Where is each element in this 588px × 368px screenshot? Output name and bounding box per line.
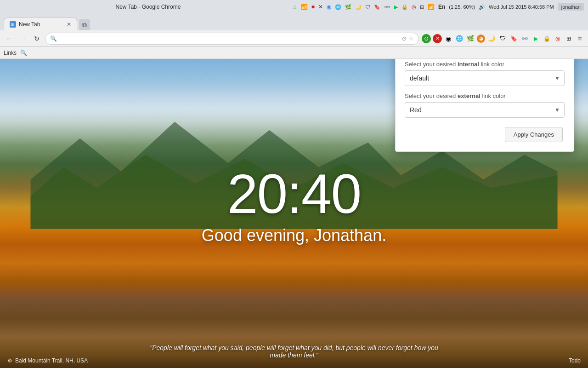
external-color-select[interactable]: default Blue Red Green Purple Orange [405,102,565,118]
tab-close-button[interactable]: ✕ [67,21,71,28]
grid-icon: ⊞ [420,4,424,10]
vpn2-icon: 🔒 [401,4,408,10]
ext-play-icon[interactable]: ▶ [531,34,540,43]
active-tab[interactable]: ⊞ New Tab ✕ [4,17,77,30]
address-bar-icons: ⊙ ☆ [402,35,414,42]
bookmarks-bar: Links 🔍 [0,47,588,59]
chrome-addressbar: ← → ↻ 🔍 ⊙ ☆ G ✕ ◉ 🌐 🌿 ◕ 🌙 🛡 🔖 👓 ▶ 🔒 ◎ ⊞ … [0,30,588,47]
leaf-icon: 🌿 [345,4,351,10]
clock-display: 20:40 Good evening, Jonathan. [202,166,386,245]
lang-indicator: En [438,4,445,10]
external-color-select-wrapper: default Blue Red Green Purple Orange ▼ [405,102,565,118]
signal-icon: 📶 [301,4,308,10]
ext-orange-icon[interactable]: ◕ [477,34,485,43]
search-bookmark[interactable]: 🔍 [20,50,27,56]
new-tab-folder-icon[interactable]: ⧉ [79,19,90,30]
ext-glasses-icon[interactable]: 👓 [520,34,529,43]
moon-icon: 🌙 [355,4,362,10]
bookmark-star-icon[interactable]: ☆ [408,35,414,42]
ext-global-icon[interactable]: 🌐 [455,34,464,43]
ext-shield-icon[interactable]: 🛡 [498,34,507,43]
bottom-bar: ⚙ Bald Mountain Trail, NH, USA Todo [0,353,588,368]
ext-pocket-icon[interactable]: 🔖 [509,34,518,43]
ext-adblock-icon[interactable]: ◎ [553,34,562,43]
ext-grid-icon[interactable]: ⊞ [564,34,573,43]
links-bookmark[interactable]: Links [4,50,17,56]
external-color-row: Select your desired external link color … [405,92,565,118]
chrome-icon: ◉ [327,4,331,10]
wifi-icon: 📶 [428,4,435,10]
address-bar-container[interactable]: 🔍 ⊙ ☆ [45,33,419,45]
x-icon: ✕ [318,4,323,10]
address-input[interactable] [60,35,399,42]
settings-gear-icon[interactable]: ⚙ [7,357,12,364]
tab-label: New Tab [19,21,40,28]
spotify-icon: ♫ [293,4,297,11]
volume-icon: 🔊 [479,4,485,10]
todo-label[interactable]: Todo [569,357,581,364]
adblock-icon: ◎ [412,4,416,10]
shield-icon: 🛡 [365,4,370,10]
window-title: New Tab - Google Chrome [4,4,293,10]
internal-color-row: Select your desired internal link color … [405,61,565,86]
clock-time: 20:40 [202,166,386,221]
red-square-icon: ■ [311,4,315,10]
reload-button[interactable]: ↻ [31,33,42,44]
tab-favicon: ⊞ [10,21,16,28]
battery-info: (1:25, 60%) [449,4,475,10]
chrome-titlebar: New Tab - Google Chrome ♫ 📶 ■ ✕ ◉ 🌐 🌿 🌙 … [0,0,588,14]
vpn-icon: 🌐 [335,4,341,10]
back-button[interactable]: ← [4,33,15,44]
ext-red-icon[interactable]: ✕ [433,34,442,43]
chrome-tabbar: ⊞ New Tab ✕ ⧉ [0,14,588,30]
clock-greeting: Good evening, Jonathan. [202,226,386,245]
glasses-icon: 👓 [384,4,390,10]
chrome-menu-icon[interactable]: ≡ [575,34,584,43]
ext-green-icon[interactable]: G [422,34,431,43]
location-info: ⚙ Bald Mountain Trail, NH, USA [7,357,88,364]
datetime-display: Wed Jul 15 2015 8:40:58 PM [489,4,554,10]
internal-color-label: Select your desired internal link color [405,61,565,68]
apply-changes-button[interactable]: Apply Changes [505,127,563,142]
ext-moon-icon[interactable]: 🌙 [487,34,496,43]
forward-button[interactable]: → [17,33,28,44]
internal-color-select[interactable]: default Blue Red Green Purple Orange [405,70,565,86]
play-icon: ▶ [394,4,398,10]
pocket-icon: 🔖 [374,4,380,10]
system-info: ♫ 📶 ■ ✕ ◉ 🌐 🌿 🌙 🛡 🔖 👓 ▶ 🔒 ◎ ⊞ 📶 En (1:25… [293,4,554,11]
chrome-extensions: G ✕ ◉ 🌐 🌿 ◕ 🌙 🛡 🔖 👓 ▶ 🔒 ◎ ⊞ ≡ [422,34,584,43]
page-info-icon: ⊙ [402,35,407,42]
ext-chrome-icon[interactable]: ◉ [444,34,453,43]
location-text: Bald Mountain Trail, NH, USA [15,357,88,364]
ext-lock-icon[interactable]: 🔒 [542,34,551,43]
internal-color-select-wrapper: default Blue Red Green Purple Orange ▼ [405,70,565,86]
search-icon: 🔍 [50,35,57,42]
ext-leaf-icon[interactable]: 🌿 [466,34,475,43]
user-name: jonathan [558,3,584,11]
external-color-label: Select your desired external link color [405,92,565,99]
